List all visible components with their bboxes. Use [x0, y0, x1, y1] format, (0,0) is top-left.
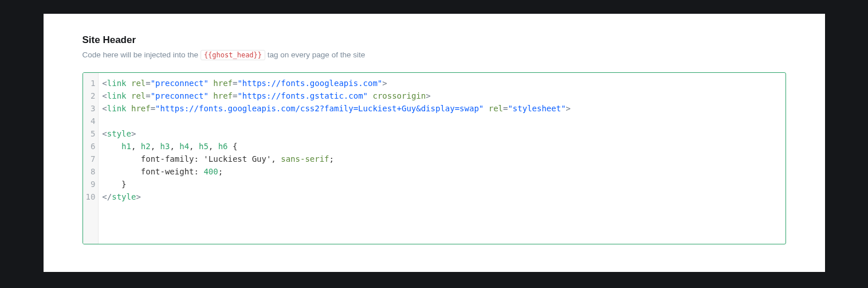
line-number: 9 [86, 178, 96, 190]
code-editor[interactable]: 12345678910 <link rel="preconnect" href=… [83, 72, 786, 244]
code-line: <link rel="preconnect" href="https://fon… [102, 89, 781, 102]
line-number: 4 [86, 115, 96, 127]
desc-text-before: Code here will be injected into the [83, 50, 201, 59]
line-number: 1 [86, 77, 96, 89]
code-line: <link rel="preconnect" href="https://fon… [102, 77, 781, 89]
code-line: font-weight: 400; [102, 165, 781, 178]
code-line: } [102, 178, 781, 190]
line-number: 5 [86, 127, 96, 140]
code-line [102, 115, 781, 127]
code-line: h1, h2, h3, h4, h5, h6 { [102, 140, 781, 153]
code-line: </style> [102, 190, 781, 203]
line-number: 2 [86, 89, 96, 102]
line-number: 10 [86, 190, 96, 203]
settings-panel: Site Header Code here will be injected i… [44, 14, 825, 272]
line-number: 8 [86, 165, 96, 178]
line-number-gutter: 12345678910 [83, 73, 99, 244]
section-description: Code here will be injected into the {{gh… [83, 49, 786, 61]
desc-text-after: tag on every page of the site [265, 50, 365, 59]
ghost-head-tag: {{ghost_head}} [201, 50, 265, 60]
line-number: 6 [86, 140, 96, 153]
code-line: <link href="https://fonts.googleapis.com… [102, 102, 781, 115]
code-area[interactable]: <link rel="preconnect" href="https://fon… [99, 73, 785, 244]
line-number: 3 [86, 102, 96, 115]
line-number: 7 [86, 153, 96, 165]
section-title: Site Header [83, 34, 786, 46]
code-line: <style> [102, 127, 781, 140]
code-line: font-family: 'Luckiest Guy', sans-serif; [102, 153, 781, 165]
